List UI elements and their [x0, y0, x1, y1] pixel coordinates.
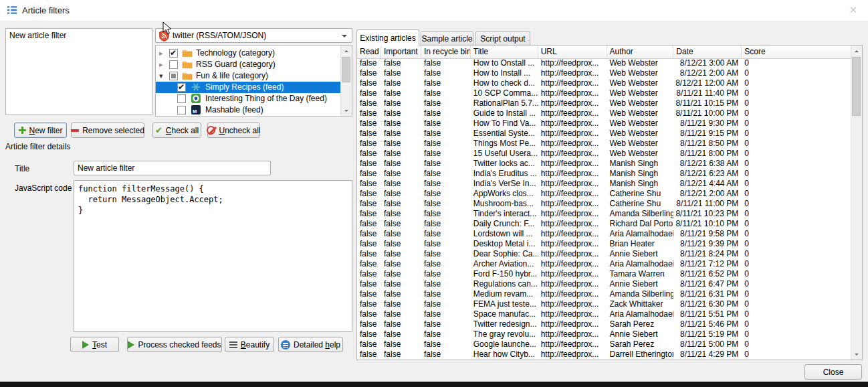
- table-row[interactable]: falsefalsefalseEssential Syste...http://…: [357, 129, 851, 139]
- scroll-up-icon[interactable]: [341, 46, 352, 56]
- check-all-button[interactable]: ✔Check all: [152, 123, 201, 138]
- table-row[interactable]: falsefalsefalse10 SCP Comma...http://fee…: [357, 88, 851, 98]
- remove-selected-button[interactable]: Remove selected: [71, 123, 144, 138]
- checkbox-checked[interactable]: [169, 49, 178, 58]
- table-row[interactable]: falsefalsefalseHow to Onstall ...http://…: [357, 58, 851, 68]
- scroll-down-icon[interactable]: [851, 349, 862, 360]
- tree-item[interactable]: Interesting Thing of the Day (feed): [156, 93, 340, 104]
- check-icon: ✔: [155, 126, 162, 135]
- column-header-read[interactable]: Read: [357, 46, 381, 58]
- table-row[interactable]: falsefalsefalseSpace manufac...http://fe…: [357, 309, 851, 319]
- test-button[interactable]: Test: [70, 337, 119, 352]
- cell: false: [357, 279, 381, 289]
- table-row[interactable]: falsefalsefalseMedium revam...http://fee…: [357, 289, 851, 299]
- account-dropdown[interactable]: twitter (RSS/ATOM/JSON): [155, 28, 352, 43]
- javascript-code-editor[interactable]: function filterMessage() { return Messag…: [74, 180, 352, 332]
- cell: false: [357, 209, 381, 219]
- lines-icon: [229, 341, 237, 348]
- cell: Web Webster: [607, 139, 674, 149]
- detailed-help-button[interactable]: Detailed help: [278, 337, 343, 352]
- table-row[interactable]: falsefalsefalseTwitter locks ac...http:/…: [357, 159, 851, 169]
- new-filter-button[interactable]: New filter: [14, 123, 67, 138]
- collapse-arrow-icon[interactable]: ▾: [159, 70, 163, 82]
- title-input[interactable]: [74, 161, 271, 175]
- column-header-date[interactable]: Date: [673, 46, 742, 58]
- tree-item[interactable]: ▾Fun & life (category): [156, 70, 340, 82]
- column-header-url[interactable]: URL: [538, 46, 607, 58]
- column-header-author[interactable]: Author: [607, 46, 674, 58]
- table-row[interactable]: falsefalsefalseDesktop Metal i...http://…: [357, 239, 851, 249]
- table-row[interactable]: falsefalsefalseAppWorks clos...http://fe…: [357, 189, 851, 199]
- cell: How to check d...: [471, 78, 538, 88]
- beautify-button[interactable]: Beautify: [225, 337, 274, 352]
- cell: http://feedprox...: [538, 229, 607, 239]
- table-row[interactable]: falsefalsefalse15 Useful Usera...http://…: [357, 149, 851, 159]
- cell: false: [381, 139, 421, 149]
- scroll-down-icon[interactable]: [341, 105, 352, 116]
- folder-icon: [182, 70, 193, 81]
- checkbox-unchecked[interactable]: [177, 106, 186, 114]
- table-row[interactable]: falsefalsefalseHear how Cityb...http://f…: [357, 350, 851, 359]
- table-row[interactable]: falsefalsefalseTinder's interact...http:…: [357, 209, 851, 219]
- column-header-in-recycle-bin[interactable]: In recycle bin: [421, 46, 471, 58]
- column-header-important[interactable]: Important: [381, 46, 421, 58]
- table-row[interactable]: falsefalsefalseLordstown will ...http://…: [357, 229, 851, 239]
- checkbox-unchecked[interactable]: [169, 60, 178, 69]
- table-row[interactable]: falsefalsefalseFord F-150 hybr...http://…: [357, 269, 851, 279]
- tree-item[interactable]: MMashable (feed): [156, 104, 340, 116]
- cell: 8/11/21 6:52 PM: [673, 269, 742, 279]
- table-row[interactable]: falsefalsefalseThe gray revolu...http://…: [357, 329, 851, 339]
- cell: Daily Crunch: F...: [471, 219, 538, 229]
- cell: 0: [742, 169, 851, 179]
- cell: Web Webster: [607, 108, 674, 119]
- column-header-title[interactable]: Title: [471, 46, 538, 58]
- table-row[interactable]: falsefalsefalseMushroom-bas...http://fee…: [357, 199, 851, 209]
- table-row[interactable]: falsefalsefalseThings Most Pe...http://f…: [357, 139, 851, 149]
- table-row[interactable]: falsefalsefalseIndia's VerSe In...http:/…: [357, 179, 851, 189]
- table-row[interactable]: falsefalsefalseHow to check d...http://f…: [357, 78, 851, 88]
- cell: false: [421, 108, 471, 119]
- close-icon[interactable]: ✕: [849, 4, 857, 16]
- table-row[interactable]: falsefalsefalseDear Sophie: Ca...http://…: [357, 249, 851, 259]
- feeds-tree-scrollbar[interactable]: [340, 46, 352, 116]
- cell: false: [421, 339, 471, 350]
- cell: false: [381, 68, 421, 78]
- close-button[interactable]: Close: [804, 364, 862, 380]
- checkbox-partial[interactable]: [169, 72, 178, 80]
- table-row[interactable]: falsefalsefalseArcher Aviation...http://…: [357, 259, 851, 269]
- table-row[interactable]: falsefalsefalseRationalPlan 5.7...http:/…: [357, 98, 851, 108]
- table-row[interactable]: falsefalsefalseDaily Crunch: F...http://…: [357, 219, 851, 229]
- table-row[interactable]: falsefalsefalseRegulations can...http://…: [357, 279, 851, 289]
- tree-item[interactable]: ▸Technology (category): [156, 48, 340, 59]
- filter-list-item[interactable]: New article filter: [6, 29, 152, 42]
- table-scrollbar[interactable]: [851, 46, 862, 360]
- checkbox-unchecked[interactable]: [177, 94, 186, 103]
- tab-sample-article[interactable]: Sample article: [421, 31, 473, 46]
- table-row[interactable]: falsefalsefalseTwitter redesign...http:/…: [357, 319, 851, 329]
- cell: false: [381, 58, 421, 68]
- scrollbar-thumb[interactable]: [342, 57, 350, 82]
- cell: 0: [742, 319, 851, 329]
- cell: false: [357, 259, 381, 269]
- tree-item[interactable]: Simply Recipes (feed): [156, 82, 340, 93]
- cell: http://feedprox...: [538, 189, 607, 199]
- table-row[interactable]: falsefalsefalseGuide to Install ...http:…: [357, 108, 851, 119]
- expand-arrow-icon[interactable]: ▸: [159, 48, 163, 59]
- uncheck-all-button[interactable]: Uncheck all: [207, 123, 260, 138]
- cell: 8/12/21 2:00 AM: [673, 189, 742, 199]
- tree-item[interactable]: ▸RSS Guard (category): [156, 59, 340, 70]
- table-row[interactable]: falsefalsefalseGoogle launche...http://f…: [357, 339, 851, 350]
- tab-existing-articles[interactable]: Existing articles: [356, 29, 419, 46]
- table-row[interactable]: falsefalsefalseFEMA just teste...http://…: [357, 299, 851, 309]
- process-checked-feeds-button[interactable]: Process checked feeds: [127, 337, 222, 352]
- scrollbar-thumb[interactable]: [852, 57, 861, 116]
- checkbox-checked[interactable]: [177, 83, 186, 92]
- column-header-score[interactable]: Score: [742, 46, 851, 58]
- table-row[interactable]: falsefalsefalseIndia's Eruditus ...http:…: [357, 169, 851, 179]
- expand-arrow-icon[interactable]: ▸: [159, 59, 163, 70]
- tab-script-output[interactable]: Script output: [475, 31, 530, 46]
- scroll-up-icon[interactable]: [851, 46, 862, 56]
- cell: Space manufac...: [471, 309, 538, 319]
- table-row[interactable]: falsefalsefalseHow To Find Va...http://f…: [357, 119, 851, 129]
- table-row[interactable]: falsefalsefalseHow to Install ...http://…: [357, 68, 851, 78]
